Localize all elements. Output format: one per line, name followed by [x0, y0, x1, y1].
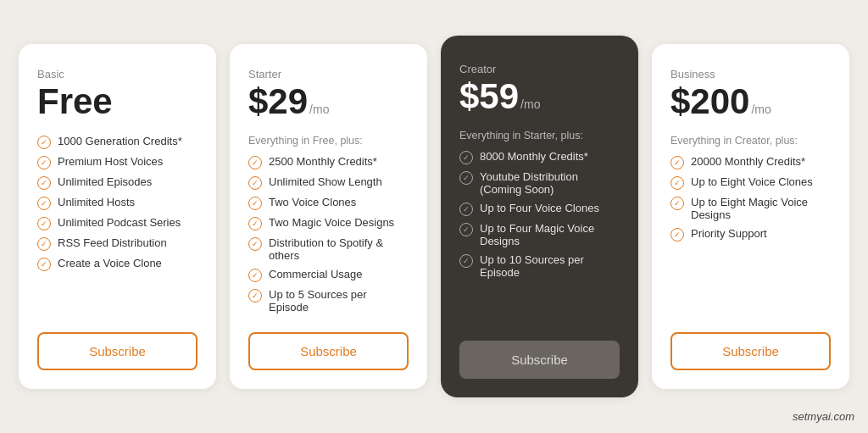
- list-item: ✓8000 Monthly Credits*: [459, 150, 620, 164]
- list-item: ✓Priority Support: [670, 227, 831, 241]
- check-icon: ✓: [248, 289, 262, 303]
- check-icon: ✓: [37, 217, 51, 230]
- feature-text: RSS Feed Distribution: [58, 236, 167, 249]
- check-icon: ✓: [670, 176, 684, 190]
- feature-text: Up to Eight Magic Voice Designs: [691, 196, 831, 221]
- list-item: ✓Up to 10 Sources per Episode: [459, 253, 620, 279]
- check-icon: ✓: [670, 197, 684, 210]
- feature-text: Youtube Distribution (Coming Soon): [480, 170, 620, 196]
- feature-text: Two Voice Clones: [269, 196, 356, 208]
- list-item: ✓RSS Feed Distribution: [37, 236, 198, 251]
- list-item: ✓Up to Eight Magic Voice Designs: [670, 196, 831, 221]
- feature-text: Unlimited Episodes: [58, 175, 152, 188]
- check-icon: ✓: [37, 136, 51, 149]
- plan-price-suffix-starter: /mo: [309, 103, 329, 116]
- feature-text: 20000 Monthly Credits*: [691, 155, 805, 168]
- feature-text: Up to 10 Sources per Episode: [480, 253, 620, 279]
- check-icon: ✓: [248, 237, 262, 251]
- list-item: ✓Premium Host Voices: [37, 155, 198, 169]
- list-item: ✓Up to Four Magic Voice Designs: [459, 222, 620, 247]
- subscribe-button-starter[interactable]: Subscribe: [248, 332, 409, 370]
- list-item: ✓Up to Eight Voice Clones: [670, 175, 831, 190]
- plan-price-suffix-business: /mo: [751, 103, 771, 116]
- check-icon: ✓: [248, 217, 262, 230]
- plan-includes-creator: Everything in Starter, plus:: [459, 130, 620, 142]
- plan-price-creator: $59: [459, 79, 519, 114]
- check-icon: ✓: [670, 228, 684, 241]
- subscribe-button-creator[interactable]: Subscribe: [459, 341, 620, 379]
- plan-price-row-business: $200/mo: [670, 84, 831, 119]
- check-icon: ✓: [248, 176, 262, 190]
- list-item: ✓Create a Voice Clone: [37, 257, 198, 271]
- check-icon: ✓: [37, 176, 51, 190]
- check-icon: ✓: [248, 269, 262, 282]
- plan-includes-starter: Everything in Free, plus:: [248, 135, 409, 147]
- plan-tier-creator: Creator: [459, 63, 620, 75]
- feature-text: Create a Voice Clone: [58, 257, 162, 269]
- feature-text: Up to 5 Sources per Episode: [269, 288, 409, 314]
- check-icon: ✓: [459, 254, 473, 268]
- plan-price-row-creator: $59/mo: [459, 79, 620, 114]
- plan-tier-basic: Basic: [37, 68, 198, 80]
- feature-text: 1000 Generation Credits*: [58, 135, 182, 147]
- plan-price-basic: Free: [37, 84, 113, 119]
- plan-price-row-basic: Free: [37, 84, 198, 119]
- feature-text: Unlimited Hosts: [58, 196, 135, 208]
- feature-list-business: ✓20000 Monthly Credits*✓Up to Eight Voic…: [670, 155, 831, 314]
- feature-text: Distribution to Spotify & others: [269, 236, 409, 262]
- list-item: ✓Distribution to Spotify & others: [248, 236, 409, 262]
- feature-list-starter: ✓2500 Monthly Credits*✓Unlimited Show Le…: [248, 155, 409, 314]
- check-icon: ✓: [37, 197, 51, 210]
- subscribe-button-business[interactable]: Subscribe: [670, 332, 831, 370]
- plan-price-row-starter: $29/mo: [248, 84, 409, 119]
- plan-card-basic: BasicFree✓1000 Generation Credits*✓Premi…: [19, 44, 216, 389]
- feature-text: Premium Host Voices: [58, 155, 163, 168]
- plan-tier-business: Business: [670, 68, 831, 80]
- list-item: ✓Two Voice Clones: [248, 196, 409, 210]
- list-item: ✓Unlimited Episodes: [37, 175, 198, 190]
- list-item: ✓Unlimited Podcast Series: [37, 216, 198, 230]
- plan-card-starter: Starter$29/moEverything in Free, plus:✓2…: [230, 44, 427, 389]
- check-icon: ✓: [459, 171, 473, 185]
- feature-text: 8000 Monthly Credits*: [480, 150, 588, 163]
- check-icon: ✓: [37, 156, 51, 169]
- list-item: ✓Two Magic Voice Designs: [248, 216, 409, 230]
- check-icon: ✓: [459, 223, 473, 236]
- check-icon: ✓: [37, 258, 51, 271]
- list-item: ✓Unlimited Show Length: [248, 175, 409, 190]
- feature-text: Up to Eight Voice Clones: [691, 175, 813, 188]
- plan-price-starter: $29: [248, 84, 308, 119]
- subscribe-button-basic[interactable]: Subscribe: [37, 332, 198, 370]
- check-icon: ✓: [459, 151, 473, 164]
- plans-container: BasicFree✓1000 Generation Credits*✓Premi…: [19, 44, 849, 389]
- check-icon: ✓: [248, 156, 262, 169]
- list-item: ✓20000 Monthly Credits*: [670, 155, 831, 169]
- feature-list-creator: ✓8000 Monthly Credits*✓Youtube Distribut…: [459, 150, 620, 322]
- feature-text: Unlimited Show Length: [269, 175, 382, 188]
- plan-card-business: Business$200/moEverything in Creator, pl…: [652, 44, 849, 389]
- list-item: ✓Up to 5 Sources per Episode: [248, 288, 409, 314]
- feature-text: Up to Four Voice Clones: [480, 202, 599, 214]
- check-icon: ✓: [37, 237, 51, 251]
- list-item: ✓Commercial Usage: [248, 268, 409, 282]
- list-item: ✓Up to Four Voice Clones: [459, 202, 620, 216]
- check-icon: ✓: [459, 203, 473, 216]
- plan-price-business: $200: [670, 84, 749, 119]
- watermark: setmyai.com: [793, 410, 854, 423]
- list-item: ✓2500 Monthly Credits*: [248, 155, 409, 169]
- plan-includes-business: Everything in Creator, plus:: [670, 135, 831, 147]
- plan-tier-starter: Starter: [248, 68, 409, 80]
- list-item: ✓Youtube Distribution (Coming Soon): [459, 170, 620, 196]
- list-item: ✓Unlimited Hosts: [37, 196, 198, 210]
- feature-text: Two Magic Voice Designs: [269, 216, 394, 229]
- feature-list-basic: ✓1000 Generation Credits*✓Premium Host V…: [37, 135, 198, 314]
- feature-text: Unlimited Podcast Series: [58, 216, 181, 229]
- list-item: ✓1000 Generation Credits*: [37, 135, 198, 149]
- check-icon: ✓: [670, 156, 684, 169]
- feature-text: Priority Support: [691, 227, 767, 240]
- feature-text: 2500 Monthly Credits*: [269, 155, 377, 168]
- feature-text: Commercial Usage: [269, 268, 363, 280]
- feature-text: Up to Four Magic Voice Designs: [480, 222, 620, 247]
- plan-price-suffix-creator: /mo: [520, 97, 540, 111]
- check-icon: ✓: [248, 197, 262, 210]
